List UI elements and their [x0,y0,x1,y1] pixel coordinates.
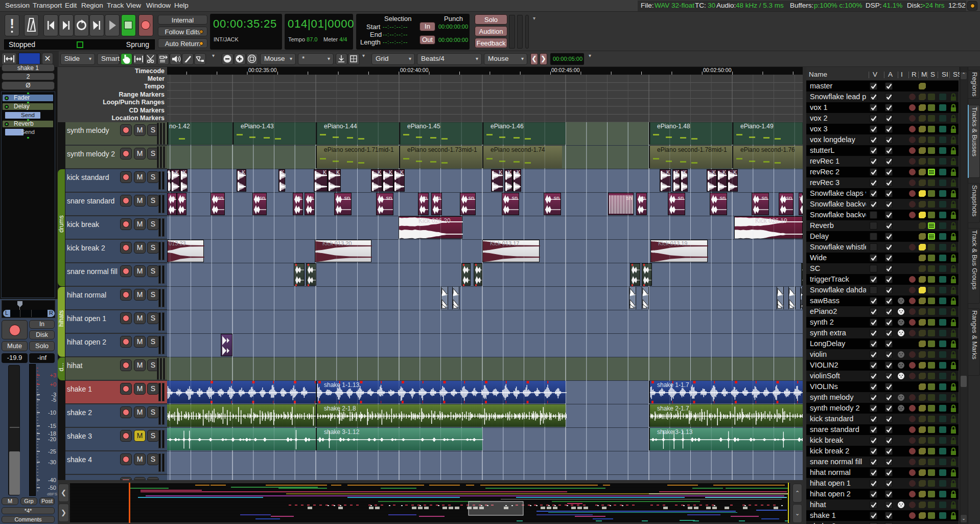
svg-text:sn: sn [511,195,518,201]
svg-text:sn: sn [386,195,392,201]
svg-text:K: K [499,170,502,175]
svg-text:K: K [281,170,284,175]
svg-text:-5: -5 [51,397,56,403]
svg-text:-15: -15 [48,423,56,429]
svg-text:-20: -20 [48,436,56,442]
svg-text:Kick 026.20: Kick 026.20 [418,217,451,224]
svg-text:K: K [712,170,716,175]
svg-text:sn: sn [799,195,801,201]
svg-text:+3: +3 [50,372,56,378]
svg-text:sn: sn [786,195,792,201]
svg-text:-30: -30 [48,459,56,465]
svg-text:K: K [733,170,737,175]
svg-text:00:02:40:00: 00:02:40:00 [400,67,429,73]
svg-text:Kick 013.17: Kick 013.17 [490,240,519,246]
svg-text:-50: -50 [48,485,56,491]
svg-text:K: K [378,170,381,175]
svg-text:sn: sn [761,195,767,201]
svg-text:sn: sn [639,195,645,201]
svg-text:sn: sn [421,195,427,201]
svg-text:K: K [508,170,511,175]
svg-text:sn: sn [468,195,474,201]
svg-text:sn: sn [217,195,223,201]
svg-text:!: ! [10,16,14,31]
svg-text:sn: sn [179,195,185,201]
svg-text:K: K [175,170,179,175]
svg-text:Kick 026.19: Kick 026.19 [755,217,787,224]
svg-text:-40: -40 [48,477,56,483]
svg-text:sn: sn [169,195,175,201]
svg-text:sn: sn [295,195,301,201]
svg-text:Kick 013.20: Kick 013.20 [322,240,352,246]
svg-text:K: K [183,170,186,175]
svg-text:K: K [389,170,392,175]
svg-text:sn: sn [553,195,559,201]
svg-text:K: K [675,170,679,175]
svg-text:sn: sn [434,195,440,201]
svg-text:00:02:35:00: 00:02:35:00 [248,67,277,73]
svg-text:013.23: 013.23 [169,240,186,246]
svg-text:sn: sn [307,195,313,201]
svg-text:dBFS: dBFS [47,492,57,496]
svg-text:00:02:50:00: 00:02:50:00 [703,67,732,73]
svg-text:sn: sn [259,195,265,201]
svg-text:K: K [400,170,404,175]
svg-text:sn: sn [344,195,350,201]
svg-text:Kick 013.19: Kick 013.19 [658,240,687,246]
svg-text:K: K [683,170,687,175]
svg-text:-10: -10 [48,409,56,416]
svg-text:K: K [242,170,245,175]
svg-text:K: K [517,170,520,175]
svg-text:K: K [168,170,170,175]
svg-text:K: K [666,170,670,175]
svg-text:K: K [323,170,326,175]
svg-text:sn: sn [626,195,632,201]
svg-text:-25: -25 [48,448,56,454]
svg-text:K: K [722,170,726,175]
svg-text:sn: sn [719,195,726,201]
svg-text:+0: +0 [50,381,56,388]
svg-text:K: K [336,170,340,175]
svg-text:00:02:45:00: 00:02:45:00 [551,67,580,73]
svg-text:sn: sn [678,195,684,201]
